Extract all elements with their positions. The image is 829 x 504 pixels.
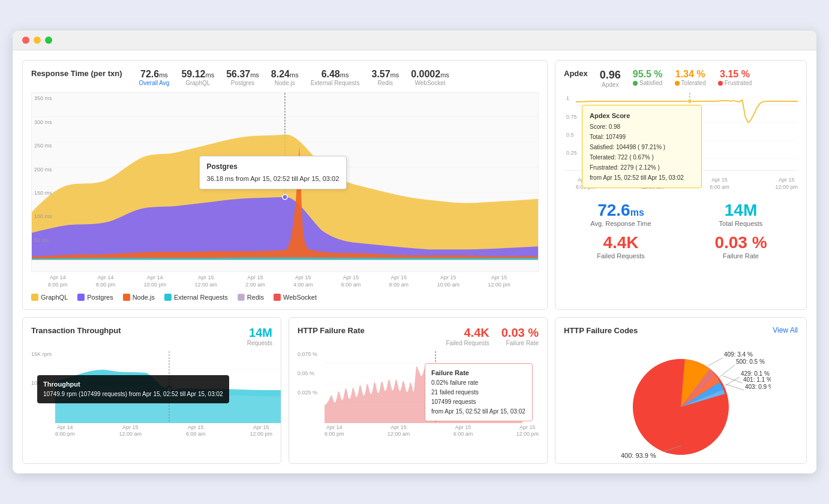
svg-line-31 (723, 376, 742, 383)
failure-rate-title: HTTP Failure Rate (298, 326, 365, 335)
x-axis: Apr 146:00 pm Apr 148:00 pm Apr 1410:00 … (31, 272, 539, 288)
close-button[interactable] (22, 37, 29, 44)
svg-point-13 (687, 99, 692, 104)
apdex-failed-requests: 4.4K Failed Requests (564, 233, 678, 259)
throughput-x-axis: Apr 146:00 pm Apr 1512:00 am Apr 156:00 … (31, 423, 272, 438)
chart-legend: GraphQL Postgres Node.js External Reques… (31, 294, 539, 301)
rt-label-overall: Overall Avg (139, 80, 169, 86)
failure-codes-header: HTTP Failure Codes View All (564, 326, 798, 335)
failure-rate-header: HTTP Failure Rate 4.4K Failed Requests 0… (298, 326, 539, 346)
browser-window: Response Time (per txn) 72.6ms Overall A… (13, 31, 816, 473)
view-all-link[interactable]: View All (773, 326, 798, 334)
svg-line-27 (708, 358, 723, 366)
rt-metric-redis: 3.57ms Redis (371, 69, 399, 86)
throughput-chart[interactable]: 15K rpm10K rpm (31, 351, 272, 423)
apdex-panel: Apdex 0.96 Apdex 95.5 % Satisfied (555, 60, 807, 309)
response-time-title: Response Time (per txn) (31, 69, 122, 78)
svg-point-7 (283, 195, 287, 200)
throughput-label: Requests (247, 340, 272, 346)
apdex-header: Apdex 0.96 Apdex 95.5 % Satisfied (564, 69, 798, 88)
throughput-panel: Transaction Throughput 14M Requests 15K … (22, 317, 281, 464)
dashboard: Response Time (per txn) 72.6ms Overall A… (13, 50, 816, 473)
apdex-failure-rate: 0.03 % Failure Rate (684, 233, 798, 259)
browser-titlebar (13, 31, 816, 50)
apdex-tooltip: Apdex Score Score: 0.98 Total: 107499 Sa… (582, 105, 702, 188)
failed-requests-label: Failed Requests (446, 340, 489, 346)
throughput-title: Transaction Throughput (31, 326, 121, 335)
svg-text:500: 0.5 %: 500: 0.5 % (736, 358, 765, 365)
svg-text:403: 0.9 %: 403: 0.9 % (745, 384, 771, 390)
rt-metric-graphql: 59.12ms GraphQL (181, 69, 214, 86)
apdex-stats: 72.6ms Avg. Response Time 14M Total Requ… (564, 201, 798, 259)
failure-rate-label: Failure Rate (501, 340, 539, 346)
throughput-value: 14M (247, 326, 272, 340)
failed-requests-value: 4.4K (446, 326, 489, 340)
throughput-tooltip: Throughput 10749.9 rpm (107499 requests)… (37, 375, 229, 404)
rt-metric-websocket: 0.0002ms WebSocket (411, 69, 449, 86)
apdex-satisfied: 95.5 % Satisfied (633, 69, 663, 86)
response-time-header: Response Time (per txn) 72.6ms Overall A… (31, 69, 539, 86)
failure-rate-panel: HTTP Failure Rate 4.4K Failed Requests 0… (289, 317, 548, 464)
svg-line-29 (726, 384, 744, 390)
bottom-row: Transaction Throughput 14M Requests 15K … (22, 317, 807, 464)
top-row: Response Time (per txn) 72.6ms Overall A… (22, 60, 807, 309)
apdex-title: Apdex (564, 69, 588, 78)
response-time-panel: Response Time (per txn) 72.6ms Overall A… (22, 60, 548, 309)
svg-text:409: 3.4 %: 409: 3.4 % (724, 351, 753, 358)
response-time-chart[interactable]: Postgres 36.18 ms from Apr 15, 02:52 til… (31, 92, 539, 272)
svg-text:400: 93.9 %: 400: 93.9 % (621, 452, 656, 459)
apdex-tolerated: 1.34 % Tolerated (675, 69, 706, 86)
apdex-score: 0.96 Apdex (600, 69, 621, 88)
minimize-button[interactable] (34, 37, 41, 44)
rt-metric-external: 6.48ms External Requests (311, 69, 360, 86)
apdex-frustrated: 3.15 % Frustrated (718, 69, 752, 86)
svg-line-23 (716, 365, 735, 380)
rt-metric-overall: 72.6ms Overall Avg (139, 69, 169, 86)
svg-text:401: 1.1 %: 401: 1.1 % (743, 376, 771, 383)
failure-rate-value: 0.03 % (501, 326, 539, 340)
failure-rate-tooltip: Failure Rate 0.02% failure rate 21 faile… (425, 363, 533, 422)
apdex-chart[interactable]: 10.750.50.25 (564, 93, 798, 171)
rt-metric-nodejs: 8.24ms Node.js (271, 69, 299, 86)
rt-metric-postgres: 56.37ms Postgres (226, 69, 259, 86)
failure-codes-panel: HTTP Failure Codes View All (555, 317, 807, 464)
pie-chart: 500: 0.5 % 429: 0.1 % 409: 3.4 % 403: 0.… (564, 347, 798, 455)
apdex-total-requests: 14M Total Requests (684, 201, 798, 227)
throughput-header: Transaction Throughput 14M Requests (31, 326, 272, 346)
apdex-avg-response: 72.6ms Avg. Response Time (564, 201, 678, 227)
maximize-button[interactable] (45, 37, 52, 44)
failure-rate-x-axis: Apr 146:00 pm Apr 1512:00 am Apr 156:00 … (298, 423, 539, 438)
failure-codes-title: HTTP Failure Codes (564, 326, 638, 335)
rt-value-overall: 72.6 (140, 69, 159, 79)
failure-rate-chart[interactable]: 0.075 %0.05 %0.025 % (298, 351, 539, 423)
